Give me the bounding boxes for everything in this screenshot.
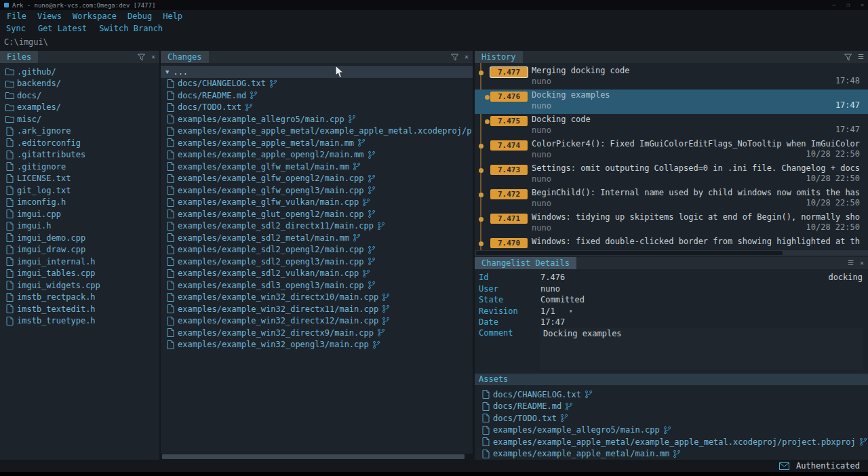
changed-file-row[interactable]: examples/example_sdl2_opengl2/main.cpp [161,244,473,256]
asset-row[interactable]: examples/example_apple_metal/main.mm [475,448,868,460]
changed-file-row[interactable]: examples/example_glfw_metal/main.mm [161,161,473,173]
changed-file-row[interactable]: examples/example_win32_opengl3/main.cpp [161,339,473,351]
asset-row[interactable]: docs/README.md [475,401,868,413]
file-tree-item[interactable]: backends/ [0,78,159,90]
file-tree-item[interactable]: docs/ [0,90,159,102]
changed-file-row[interactable]: examples/example_glut_opengl2/main.cpp [161,208,473,220]
revision-dropdown-icon[interactable]: ▾ [569,307,573,315]
menu-icon[interactable]: ☰ [848,260,854,266]
menu-item-views[interactable]: Views [32,12,67,21]
menu-item-file[interactable]: File [1,12,32,21]
changed-file-row[interactable]: examples/example_allegro5/main.cpp [161,113,473,125]
toolbar-button-sync[interactable]: Sync [0,24,32,33]
changed-file-row[interactable]: examples/example_apple_opengl2/main.mm [161,149,473,161]
history-row[interactable]: 7.471 Windows: tidying up skipitems logi… [475,212,868,236]
history-row[interactable]: 7.473 Settings: omit outputing Collapsed… [475,163,868,187]
close-icon[interactable]: ✕ [465,54,469,60]
asset-row[interactable]: examples/example_allegro5/main.cpp [475,424,868,437]
window-controls: ─❐✕ [833,2,864,8]
changed-file-row[interactable]: docs/CHANGELOG.txt [161,78,473,90]
file-tree-item[interactable]: imgui_draw.cpp [0,244,159,256]
filter-icon[interactable] [138,54,145,61]
history-row[interactable]: 7.477 Merging docking code nuno 17:48 [475,65,868,90]
changed-file-row[interactable]: examples/example_win32_directx9/main.cpp [161,327,473,339]
file-tree-item[interactable]: imgui.cpp [0,208,159,220]
history-row[interactable]: 7.474 ColorPicker4(): Fixed ImGuiColorEd… [475,138,868,163]
file-icon [481,390,490,399]
file-tree-item[interactable]: .gitattributes [0,149,159,161]
maximize-button[interactable]: ❐ [846,2,850,8]
history-row[interactable]: 7.470 Windows: fixed double-clicked bord… [475,236,868,250]
files-tab[interactable]: Files [0,51,38,63]
changed-file-row[interactable]: examples/example_sdl2_directx11/main.cpp [161,220,473,233]
assets-header[interactable]: Assets [475,374,868,385]
close-button[interactable]: ✕ [861,2,864,8]
scrollbar-thumb[interactable] [162,454,465,459]
history-horizontal-scrollbar[interactable] [475,250,868,256]
menu-item-workspace[interactable]: Workspace [67,12,122,21]
scrollbar-thumb[interactable] [476,251,783,255]
changes-horizontal-scrollbar[interactable] [161,454,473,460]
changed-file-row[interactable]: examples/example_win32_directx11/main.cp… [161,303,473,315]
file-tree-item[interactable]: imgui_tables.cpp [0,268,159,280]
asset-row[interactable]: docs/CHANGELOG.txt [475,389,868,401]
changed-file-row[interactable]: examples/example_win32_directx10/main.cp… [161,292,473,304]
file-path: docs/CHANGELOG.txt [178,79,266,88]
file-name: imstb_truetype.h [17,316,96,325]
file-tree-item[interactable]: .ark_ignore [0,125,159,138]
history-tab[interactable]: History [475,51,523,63]
file-tree-item[interactable]: examples/ [0,102,159,114]
file-tree-item[interactable]: imstb_textedit.h [0,303,159,315]
file-tree-item[interactable]: imconfig.h [0,197,159,209]
file-tree-item[interactable]: imgui.h [0,220,159,233]
file-tree-item[interactable]: imgui_internal.h [0,256,159,268]
changed-file-row[interactable]: examples/example_apple_metal/main.mm [161,137,473,149]
changed-file-row[interactable]: examples/example_apple_metal/example_app… [161,125,473,138]
file-tree-item[interactable]: imstb_truetype.h [0,315,159,328]
changed-file-row[interactable]: examples/example_sdl2_metal/main.mm [161,232,473,244]
close-icon[interactable]: ✕ [151,54,155,60]
collapse-triangle-icon[interactable]: ▼ [165,68,169,75]
toolbar-button-switch-branch[interactable]: Switch Branch [93,24,169,33]
file-tree-item[interactable]: .github/ [0,66,159,78]
menu-item-help[interactable]: Help [157,12,188,21]
minimize-button[interactable]: ─ [833,2,836,8]
file-icon [165,103,175,112]
history-row[interactable]: 7.472 BeginChild(): Internal name used b… [475,187,868,212]
close-icon[interactable]: ✕ [860,260,864,266]
changed-file-row[interactable]: docs/TODO.txt [161,102,473,114]
changed-file-row[interactable]: examples/example_sdl3_opengl3/main.cpp [161,279,473,292]
file-tree-item[interactable]: LICENSE.txt [0,173,159,185]
file-tree-item[interactable]: .gitignore [0,161,159,173]
toolbar-button-get-latest[interactable]: Get Latest [32,24,93,33]
file-tree-item[interactable]: misc/ [0,113,159,125]
history-row[interactable]: 7.475 Docking code nuno 17:47 [475,114,868,138]
changes-tab[interactable]: Changes [161,51,209,63]
asset-row[interactable]: docs/TODO.txt [475,412,868,424]
file-tree-item[interactable]: imstb_rectpack.h [0,292,159,304]
file-tree-item[interactable]: git_log.txt [0,184,159,197]
changed-file-row[interactable]: examples/example_glfw_opengl2/main.cpp [161,173,473,185]
filter-icon[interactable] [844,54,852,61]
file-tree-item[interactable]: .editorconfig [0,137,159,149]
file-tree-item[interactable]: imgui_demo.cpp [0,232,159,244]
changes-expander-row[interactable]: ▼ ... [161,66,473,78]
changed-file-row[interactable]: examples/example_sdl2_vulkan/main.cpp [161,268,473,280]
changes-list: ▼ ... docs/CHANGELOG.txt docs/README.md … [161,63,473,454]
file-tree-item[interactable]: imgui_widgets.cpp [0,279,159,292]
changed-file-row[interactable]: examples/example_win32_directx12/main.cp… [161,315,473,328]
menu-icon[interactable]: ☰ [858,54,864,60]
file-path: examples/example_sdl2_directx11/main.cpp [178,221,374,231]
menu-item-debug[interactable]: Debug [122,12,157,21]
changed-file-row[interactable]: examples/example_glfw_opengl3/main.cpp [161,184,473,197]
changed-file-row[interactable]: examples/example_glfw_vulkan/main.cpp [161,197,473,209]
history-row[interactable]: 7.476 Docking examples nuno 17:47 [475,90,868,114]
detail-value[interactable]: Docking examples [540,328,863,370]
detail-value[interactable]: 1/1 [540,306,555,316]
details-panel-header: Changelist Details ☰ ✕ [475,257,868,269]
changed-file-row[interactable]: examples/example_sdl2_opengl3/main.cpp [161,256,473,268]
changed-file-row[interactable]: docs/README.md [161,90,473,102]
filter-icon[interactable] [451,54,458,61]
changelist-details-tab[interactable]: Changelist Details [475,257,576,269]
asset-row[interactable]: examples/example_apple_metal/example_app… [475,436,868,448]
